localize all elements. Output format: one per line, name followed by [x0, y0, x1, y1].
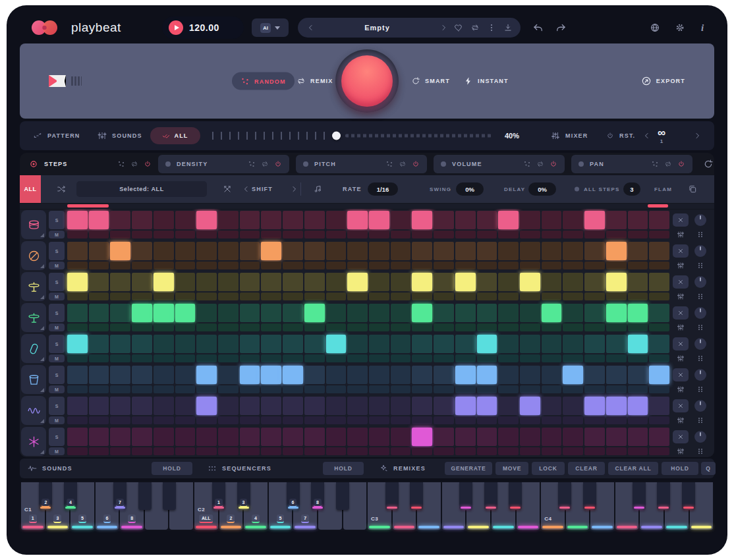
velocity-8[interactable] [218, 354, 239, 362]
step-8[interactable] [218, 211, 239, 229]
velocity-17[interactable] [412, 447, 432, 455]
velocity-19[interactable] [455, 354, 476, 362]
reset-button[interactable]: RST. [602, 131, 639, 140]
track-knob[interactable] [694, 400, 706, 412]
download-icon[interactable] [503, 23, 513, 32]
shift-right-button[interactable] [286, 184, 302, 194]
solo-button[interactable]: S [49, 242, 65, 260]
step-5[interactable] [154, 428, 174, 446]
step-17[interactable] [412, 304, 432, 322]
velocity-7[interactable] [196, 354, 217, 362]
step-19[interactable] [455, 366, 476, 384]
step-16[interactable] [391, 366, 411, 384]
track-knob[interactable] [694, 431, 706, 443]
step-17[interactable] [412, 335, 432, 353]
velocity-6[interactable] [175, 385, 196, 393]
step-19[interactable] [455, 397, 476, 415]
velocity-15[interactable] [369, 262, 389, 269]
velocity-19[interactable] [455, 385, 476, 393]
solo-button[interactable]: S [49, 211, 65, 229]
mute-button[interactable]: M [49, 447, 65, 455]
step-17[interactable] [412, 242, 432, 260]
step-1[interactable] [67, 428, 88, 446]
tab-sounds[interactable]: SOUNDS [94, 130, 146, 141]
step-24[interactable] [563, 211, 583, 229]
step-25[interactable] [584, 273, 605, 291]
step-6[interactable] [175, 335, 196, 353]
dots-grid-icon[interactable] [696, 262, 704, 269]
black-key-4[interactable] [163, 482, 176, 510]
step-21[interactable] [498, 242, 519, 260]
velocity-25[interactable] [584, 385, 605, 393]
key-pad-5[interactable]: 5 [78, 515, 86, 523]
velocity-24[interactable] [563, 231, 583, 238]
velocity-24[interactable] [563, 416, 583, 424]
velocity-25[interactable] [584, 354, 605, 362]
mute-button[interactable]: M [49, 323, 65, 331]
velocity-26[interactable] [606, 231, 627, 238]
step-8[interactable] [218, 335, 239, 353]
tab-pan[interactable]: PAN [571, 155, 692, 173]
velocity-2[interactable] [89, 323, 109, 331]
velocity-6[interactable] [175, 354, 196, 362]
velocity-6[interactable] [175, 447, 196, 455]
step-2[interactable] [89, 304, 109, 322]
fader-icon[interactable] [677, 354, 685, 362]
velocity-4[interactable] [132, 447, 152, 455]
velocity-11[interactable] [283, 262, 303, 269]
velocity-3[interactable] [110, 385, 130, 393]
preset-next-button[interactable] [438, 24, 449, 32]
step-15[interactable] [369, 397, 389, 415]
black-key-1[interactable]: 4 [64, 482, 77, 510]
velocity-9[interactable] [240, 447, 260, 455]
fader-icon[interactable] [677, 416, 685, 424]
black-key-6[interactable]: 3 [237, 482, 250, 510]
step-21[interactable] [498, 304, 519, 322]
dice-icon[interactable] [117, 160, 125, 168]
step-22[interactable] [520, 304, 540, 322]
step-23[interactable] [542, 366, 562, 384]
clear-track-button[interactable] [673, 368, 689, 381]
clear-track-button[interactable] [673, 306, 689, 320]
velocity-11[interactable] [283, 354, 303, 362]
step-21[interactable] [498, 273, 519, 291]
velocity-1[interactable] [67, 262, 88, 269]
ai-mode-button[interactable]: AI [252, 18, 289, 37]
loop-length-control[interactable]: ∞ 1 [658, 127, 665, 144]
velocity-8[interactable] [218, 416, 239, 424]
step-12[interactable] [304, 428, 325, 446]
velocity-27[interactable] [628, 262, 648, 269]
velocity-23[interactable] [542, 323, 562, 331]
step-13[interactable] [326, 242, 347, 260]
velocity-15[interactable] [369, 354, 389, 362]
velocity-18[interactable] [434, 323, 454, 331]
step-1[interactable] [67, 335, 88, 353]
velocity-20[interactable] [477, 385, 497, 393]
velocity-4[interactable] [132, 354, 152, 362]
dots-grid-icon[interactable] [696, 231, 704, 238]
step-20[interactable] [477, 335, 497, 353]
velocity-17[interactable] [412, 262, 432, 269]
solo-button[interactable]: S [49, 428, 65, 446]
step-11[interactable] [283, 366, 303, 384]
loop-icon[interactable] [470, 23, 480, 32]
velocity-10[interactable] [261, 354, 281, 362]
velocity-24[interactable] [563, 354, 583, 362]
velocity-21[interactable] [498, 447, 519, 455]
velocity-21[interactable] [498, 416, 519, 424]
velocity-16[interactable] [391, 354, 411, 362]
step-9[interactable] [240, 304, 260, 322]
key-pad-8[interactable]: 8 [314, 499, 322, 507]
step-20[interactable] [477, 273, 497, 291]
tom-icon[interactable] [21, 365, 46, 394]
velocity-27[interactable] [628, 416, 648, 424]
all-steps-value[interactable]: 3 [623, 182, 640, 196]
velocity-1[interactable] [67, 231, 88, 238]
step-11[interactable] [283, 211, 303, 229]
step-13[interactable] [326, 304, 347, 322]
key-pad-4[interactable]: 4 [67, 499, 74, 507]
regenerate-icon[interactable] [699, 158, 714, 170]
step-2[interactable] [89, 242, 109, 260]
black-key-17[interactable] [633, 482, 646, 510]
step-20[interactable] [477, 428, 497, 446]
